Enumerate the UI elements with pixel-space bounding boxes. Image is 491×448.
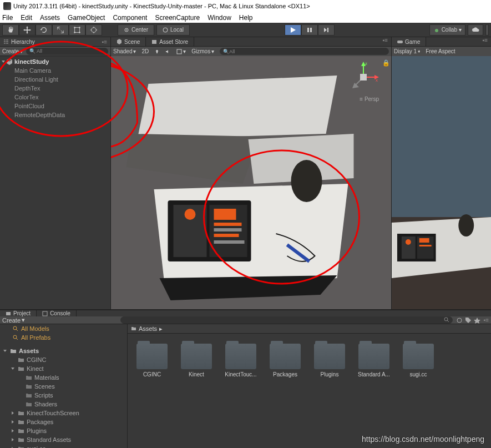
svg-text:z: z xyxy=(365,61,367,66)
label-icon[interactable] xyxy=(465,317,472,324)
hierarchy-item-pointcloud[interactable]: PointCloud xyxy=(0,102,110,110)
svg-text:x: x xyxy=(376,78,378,83)
menu-edit[interactable]: Edit xyxy=(21,14,32,22)
menu-assets[interactable]: Assets xyxy=(40,14,60,22)
hierarchy-search[interactable]: 🔍All xyxy=(26,48,108,55)
menu-window[interactable]: Window xyxy=(207,14,231,22)
collab-dropdown[interactable]: Collab▾ xyxy=(429,24,465,36)
folder-plugins[interactable]: Plugins xyxy=(0,426,127,435)
game-toolbar: Display 1 ♦ Free Aspect xyxy=(392,47,491,56)
display-dropdown[interactable]: Display 1 ♦ xyxy=(394,48,420,54)
asset-folder-plugins[interactable]: Plugins xyxy=(310,344,350,377)
folder-icon xyxy=(18,356,24,363)
lock-icon[interactable]: 🔒 xyxy=(382,59,388,65)
filter-icon[interactable] xyxy=(456,317,463,324)
shading-mode-dropdown[interactable]: Shaded ▾ xyxy=(113,48,136,54)
folder-icon xyxy=(18,427,24,434)
title-bar: Unity 2017.3.1f1 (64bit) - kinectStudy.u… xyxy=(0,0,491,12)
folder-cginc[interactable]: CGINC xyxy=(0,355,127,364)
bottom-tabs: Project Console xyxy=(0,310,491,316)
game-viewport[interactable] xyxy=(392,56,491,309)
audio-toggle[interactable] xyxy=(165,49,171,54)
scale-tool[interactable] xyxy=(52,24,69,36)
panel-menu-icon[interactable]: ▪≡ xyxy=(383,37,391,46)
svg-point-31 xyxy=(291,160,322,202)
folder-kinecttouchscreen[interactable]: KinectTouchScreen xyxy=(0,409,127,417)
orientation-gizmo[interactable]: z x xyxy=(347,61,380,94)
hierarchy-item-main-camera[interactable]: Main Camera xyxy=(0,66,110,75)
hand-tool[interactable] xyxy=(2,24,19,36)
scene-tab[interactable]: Scene xyxy=(111,37,146,46)
assets-breadcrumb[interactable]: Assets▸ xyxy=(128,324,491,334)
hierarchy-icon xyxy=(3,39,9,44)
scene-viewport[interactable]: z x ≡ Persp 🔒 xyxy=(111,56,391,309)
folder-kinect[interactable]: Kinect xyxy=(0,364,127,373)
expand-icon[interactable] xyxy=(2,61,5,63)
asset-folder-standard-assets[interactable]: Standard A... xyxy=(354,344,394,377)
lighting-toggle[interactable] xyxy=(154,49,160,54)
folder-packages[interactable]: Packages xyxy=(0,417,127,426)
hierarchy-item-remotedepthdata[interactable]: RemoteDepthData xyxy=(0,110,110,119)
folder-sugi-cc[interactable]: sugi cc xyxy=(0,444,127,448)
play-button[interactable] xyxy=(285,24,301,36)
hierarchy-item-directional-light[interactable]: Directional Light xyxy=(0,75,110,84)
menu-component[interactable]: Component xyxy=(113,14,147,22)
hierarchy-item-colortex[interactable]: ColorTex xyxy=(0,93,110,102)
fx-toggle[interactable]: ▾ xyxy=(176,48,186,54)
rotate-tool[interactable] xyxy=(36,24,52,36)
hierarchy-item-depthtex[interactable]: DepthTex xyxy=(0,84,110,93)
2d-toggle[interactable]: 2D xyxy=(141,48,149,54)
search-icon xyxy=(444,317,449,323)
folder-shaders[interactable]: Shaders xyxy=(0,400,127,409)
move-tool[interactable] xyxy=(19,24,36,36)
asset-folder-sugicc[interactable]: sugi.cc xyxy=(398,344,438,377)
pivot-center-toggle[interactable]: Center xyxy=(118,24,154,36)
menu-help[interactable]: Help xyxy=(239,14,253,22)
project-create-dropdown[interactable]: Create ▾ xyxy=(2,316,25,324)
favorite-all-prefabs[interactable]: All Prefabs xyxy=(0,333,127,342)
cloud-button[interactable] xyxy=(468,24,483,36)
svg-marker-40 xyxy=(352,83,359,88)
scene-root[interactable]: kinectStudy xyxy=(0,57,110,66)
folder-scripts[interactable]: Scripts xyxy=(0,391,127,400)
perspective-label[interactable]: ≡ Persp xyxy=(360,96,379,102)
rect-tool[interactable] xyxy=(69,24,85,36)
folder-scenes[interactable]: Scenes xyxy=(0,382,127,391)
panel-menu-icon[interactable]: ▪≡ xyxy=(102,39,107,45)
menu-file[interactable]: File xyxy=(2,14,13,22)
account-button[interactable] xyxy=(485,24,489,36)
asset-folder-packages[interactable]: Packages xyxy=(265,344,305,377)
aspect-dropdown[interactable]: Free Aspect xyxy=(426,48,455,54)
scene-search[interactable]: 🔍All xyxy=(220,48,389,55)
assets-root[interactable]: Assets xyxy=(0,346,127,355)
panel-menu-icon[interactable]: ▪≡ xyxy=(483,37,491,46)
game-tab[interactable]: Game xyxy=(392,37,426,46)
project-tab[interactable]: Project xyxy=(0,310,37,316)
menu-gameobject[interactable]: GameObject xyxy=(68,14,105,22)
svg-rect-11 xyxy=(327,28,328,32)
project-main: All Models All Prefabs Assets CGINC Kine… xyxy=(0,324,491,448)
hierarchy-create-dropdown[interactable]: Create ▾ xyxy=(2,48,23,54)
asset-folder-kinecttouch[interactable]: KinectTouc... xyxy=(221,344,261,377)
step-button[interactable] xyxy=(318,24,335,36)
asset-folder-kinect[interactable]: Kinect xyxy=(176,344,216,377)
menu-screencapture[interactable]: ScreenCapture xyxy=(155,14,200,22)
asset-folder-cginc[interactable]: CGINC xyxy=(132,344,172,377)
pause-button[interactable] xyxy=(301,24,318,36)
panel-menu-icon[interactable]: ▪≡ xyxy=(484,317,489,323)
game-content xyxy=(392,56,491,309)
asset-store-tab[interactable]: Asset Store xyxy=(146,37,194,46)
save-search-icon[interactable] xyxy=(474,317,480,324)
transform-tool[interactable] xyxy=(85,24,102,36)
gizmos-dropdown[interactable]: Gizmos ▾ xyxy=(191,48,214,54)
hierarchy-tab[interactable]: Hierarchy ▪≡ xyxy=(0,37,110,47)
local-global-toggle[interactable]: Local xyxy=(156,24,190,36)
console-tab[interactable]: Console xyxy=(37,310,77,316)
svg-point-14 xyxy=(156,50,158,52)
folder-icon xyxy=(18,365,24,372)
folder-materials[interactable]: Materials xyxy=(0,373,127,382)
favorite-all-models[interactable]: All Models xyxy=(0,324,127,333)
hierarchy-toolbar: Create ▾ 🔍All xyxy=(0,47,110,56)
folder-standard-assets[interactable]: Standard Assets xyxy=(0,435,127,444)
project-search[interactable] xyxy=(120,316,453,324)
